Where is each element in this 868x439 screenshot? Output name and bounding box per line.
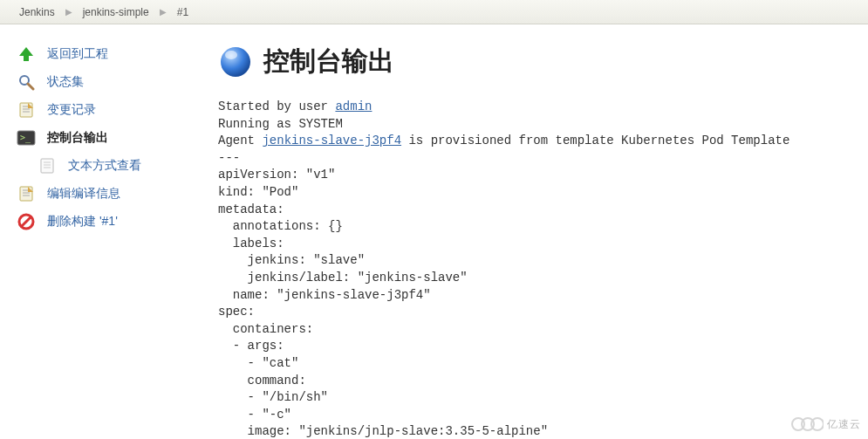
sidebar-item-back-to-project[interactable]: 返回到工程 [16, 40, 209, 68]
arrow-up-icon [16, 44, 37, 65]
console-text: --- apiVersion: "v1" kind: "Pod" metadat… [218, 151, 548, 439]
sidebar-item-view-as-text[interactable]: 文本方式查看 [16, 152, 209, 180]
console-user-link[interactable]: admin [335, 99, 372, 113]
notepad-icon [16, 99, 37, 120]
console-text: is provisioned from template Kubernetes … [401, 134, 789, 147]
sidebar-item-label: 删除构建 '#1' [47, 214, 118, 230]
watermark: 亿速云 [790, 415, 861, 434]
terminal-icon: >_ [16, 127, 37, 148]
breadcrumb: Jenkins ▶ jenkins-simple ▶ #1 [0, 0, 868, 24]
forbidden-icon [16, 211, 37, 232]
sidebar-item-label: 变更记录 [47, 102, 96, 118]
sidebar-item-console-output[interactable]: >_ 控制台输出 [16, 124, 209, 152]
svg-point-21 [221, 47, 250, 77]
sidebar-item-changes[interactable]: 变更记录 [16, 96, 209, 124]
sidebar-item-label: 状态集 [47, 74, 84, 90]
console-agent-link[interactable]: jenkins-slave-j3pf4 [262, 134, 401, 147]
logo-rings-icon [790, 415, 824, 434]
status-ball-icon [218, 45, 253, 79]
chevron-right-icon: ▶ [60, 7, 78, 17]
svg-marker-0 [19, 47, 33, 61]
svg-text:>_: >_ [20, 133, 31, 143]
console-text: Agent [218, 134, 262, 147]
search-icon [16, 72, 37, 93]
sidebar-item-edit-build-info[interactable]: 编辑编译信息 [16, 180, 209, 208]
console-output: Started by user admin Running as SYSTEM … [218, 99, 859, 439]
breadcrumb-item[interactable]: Jenkins [14, 6, 60, 18]
document-icon [37, 155, 58, 176]
svg-rect-10 [41, 159, 53, 173]
chevron-right-icon: ▶ [154, 7, 172, 17]
sidebar: 返回到工程 状态集 变更记录 >_ 控制台输出 文本方式查看 [0, 24, 209, 439]
svg-line-2 [28, 84, 33, 89]
notepad-icon [16, 183, 37, 204]
breadcrumb-item[interactable]: jenkins-simple [78, 6, 154, 18]
svg-rect-14 [20, 187, 32, 201]
console-text: Running as SYSTEM [218, 117, 343, 131]
svg-rect-3 [20, 103, 32, 117]
sidebar-item-label: 文本方式查看 [68, 158, 141, 174]
console-text: Started by user [218, 99, 335, 113]
sidebar-item-label: 控制台输出 [47, 130, 108, 146]
svg-point-22 [225, 51, 237, 59]
sidebar-item-label: 返回到工程 [47, 46, 108, 62]
sidebar-item-label: 编辑编译信息 [47, 186, 120, 202]
page-title: 控制台输出 [263, 44, 394, 79]
main-content: 控制台输出 Started by user admin Running as S… [209, 24, 868, 439]
sidebar-item-status[interactable]: 状态集 [16, 68, 209, 96]
watermark-text: 亿速云 [827, 417, 861, 432]
sidebar-item-delete-build[interactable]: 删除构建 '#1' [16, 208, 209, 236]
breadcrumb-item[interactable]: #1 [172, 6, 194, 18]
page-header: 控制台输出 [218, 44, 859, 79]
